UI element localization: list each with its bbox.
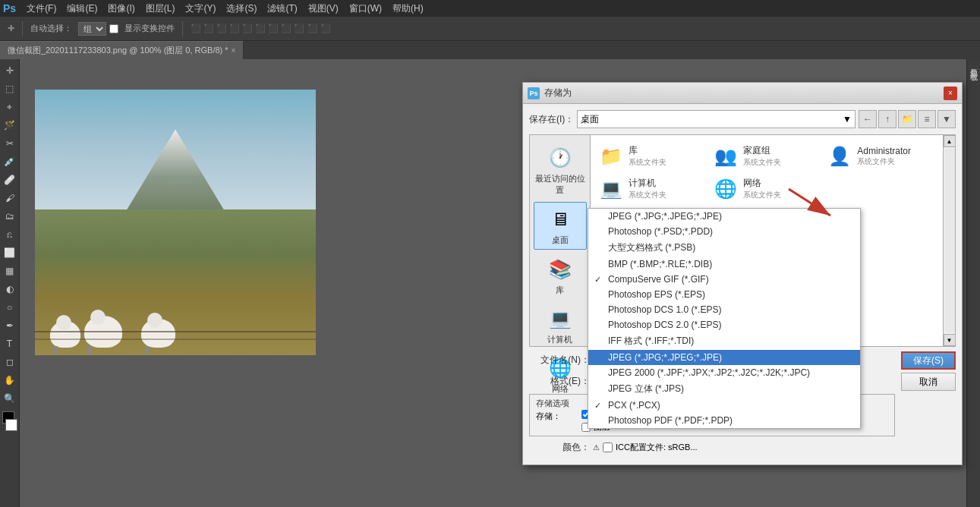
tool-lasso[interactable]: ⌖ — [2, 99, 18, 115]
format-item-4[interactable]: ✓ CompuServe GIF (*.GIF) — [588, 272, 860, 287]
tool-shape[interactable]: ◻ — [2, 354, 18, 370]
tool-text[interactable]: T — [2, 335, 18, 352]
dialog-close-button[interactable]: × — [944, 87, 957, 100]
format-item-label-10: JPEG 2000 (*.JPF;*.JPX;*.JP2;*.J2C;*.J2K… — [608, 367, 810, 378]
save-button[interactable]: 保存(S) — [901, 351, 956, 370]
far-right-panel: 颜色 色板 — [966, 59, 980, 507]
format-item-13[interactable]: Photoshop PDF (*.PDF;*.PDP) — [588, 413, 860, 428]
file-info-computer: 计算机 系统文件夹 — [629, 177, 666, 200]
menu-filter[interactable]: 滤镜(T) — [263, 1, 301, 17]
tab-close-btn[interactable]: × — [232, 46, 236, 55]
file-item-homegroup[interactable]: 👥 家庭组 系统文件夹 — [711, 141, 823, 171]
color-row: 颜色： ⚠ ICC配置文件: sRGB... — [529, 441, 895, 454]
format-item-9[interactable]: JPEG (*.JPG;*.JPEG;*.JPE) — [588, 350, 860, 365]
menu-help[interactable]: 帮助(H) — [388, 1, 428, 17]
tool-hand[interactable]: ✋ — [2, 372, 18, 389]
file-desc-library: 系统文件夹 — [629, 157, 666, 168]
nav-create-folder-btn[interactable]: 📁 — [898, 110, 916, 128]
nav-desktop[interactable]: 🖥 桌面 — [534, 202, 587, 250]
location-select[interactable]: 桌面 ▼ — [577, 110, 856, 128]
location-bar: 保存在(I)： 桌面 ▼ ← ↑ 📁 ≡ ▼ — [529, 110, 956, 128]
format-item-11[interactable]: JPEG 立体 (*.JPS) — [588, 380, 860, 398]
background-color[interactable] — [5, 419, 17, 431]
nav-library-icon: 📚 — [547, 256, 574, 283]
menu-file[interactable]: 文件(F) — [22, 1, 61, 17]
file-item-library[interactable]: 📁 库 系统文件夹 — [597, 141, 708, 171]
menu-select[interactable]: 选择(S) — [222, 1, 261, 17]
tool-blur[interactable]: ◐ — [2, 281, 18, 298]
format-label: 格式(E)： — [529, 375, 590, 388]
format-item-12[interactable]: ✓ PCX (*.PCX) — [588, 398, 860, 413]
tool-crop[interactable]: ✂ — [2, 135, 18, 152]
file-icon-admin: 👤 — [828, 146, 851, 167]
color-options: ⚠ ICC配置文件: sRGB... — [593, 442, 895, 453]
scrollbar-up[interactable]: ▲ — [944, 135, 956, 147]
file-icon-homegroup: 👥 — [714, 146, 737, 167]
dialog-titlebar: Ps 存储为 × — [523, 83, 962, 104]
tool-move[interactable]: ✛ — [2, 62, 18, 79]
file-item-admin[interactable]: 👤 Administrator 系统文件夹 — [825, 141, 937, 171]
format-item-8[interactable]: IFF 格式 (*.IFF;*.TDI) — [588, 332, 860, 350]
menu-edit[interactable]: 编辑(E) — [62, 1, 102, 17]
color-swatches[interactable] — [2, 411, 17, 431]
format-item-7[interactable]: Photoshop DCS 2.0 (*.EPS) — [588, 317, 860, 332]
icc-profile-check[interactable] — [603, 442, 613, 452]
format-item-1[interactable]: Photoshop (*.PSD;*.PDD) — [588, 224, 860, 239]
file-name-network: 网络 — [743, 177, 781, 190]
file-desc-homegroup: 系统文件夹 — [743, 157, 781, 168]
tool-zoom[interactable]: 🔍 — [2, 390, 18, 407]
tool-gradient[interactable]: ▦ — [2, 263, 18, 279]
tool-eyedropper[interactable]: 💉 — [2, 153, 18, 170]
nav-computer[interactable]: 💻 计算机 — [534, 302, 587, 348]
nav-back-btn[interactable]: ← — [859, 110, 877, 128]
move-tool[interactable]: ✛ — [5, 22, 17, 35]
scrollbar-track[interactable] — [944, 149, 955, 332]
nav-view-btn[interactable]: ≡ — [918, 110, 936, 128]
cancel-button[interactable]: 取消 — [901, 373, 956, 391]
format-item-label-4: CompuServe GIF (*.GIF) — [608, 274, 709, 285]
tool-eraser[interactable]: ⬜ — [2, 244, 18, 261]
dialog-nav-panel: 🕐 最近访问的位置 🖥 桌面 📚 库 💻 计算机 🌐 网络 — [530, 135, 591, 346]
menu-text[interactable]: 文字(Y) — [181, 1, 220, 17]
tool-heal[interactable]: 🩹 — [2, 172, 18, 188]
file-item-computer[interactable]: 💻 计算机 系统文件夹 — [597, 174, 708, 203]
file-info-admin: Administrator 系统文件夹 — [857, 146, 911, 167]
nav-up-btn[interactable]: ↑ — [878, 110, 896, 128]
scrollbar-down[interactable]: ▼ — [944, 334, 956, 346]
file-icon-network: 🌐 — [714, 178, 737, 200]
format-check-4: ✓ — [594, 275, 605, 285]
action-buttons: 保存(S) 取消 — [901, 351, 956, 458]
menu-layer[interactable]: 图层(L) — [141, 1, 180, 17]
dialog-scrollbar[interactable]: ▲ ▼ — [943, 135, 955, 346]
tool-pen[interactable]: ✒ — [2, 317, 18, 334]
menu-bar: Ps 文件(F) 编辑(E) 图像(I) 图层(L) 文字(Y) 选择(S) 滤… — [0, 0, 980, 17]
tool-history[interactable]: ⎌ — [2, 226, 18, 243]
menu-window[interactable]: 窗口(W) — [345, 1, 386, 17]
format-item-5[interactable]: Photoshop EPS (*.EPS) — [588, 287, 860, 302]
location-nav: ← ↑ 📁 ≡ ▼ — [859, 110, 956, 128]
tool-clone[interactable]: 🗂 — [2, 208, 18, 225]
active-tab[interactable]: 微信截图_20201117233803.png @ 100% (图层 0, RG… — [0, 41, 244, 59]
tool-brush[interactable]: 🖌 — [2, 190, 18, 206]
menu-view[interactable]: 视图(V) — [304, 1, 343, 17]
format-item-0[interactable]: JPEG (*.JPG;*.JPEG;*.JPE) — [588, 209, 860, 224]
format-item-6[interactable]: Photoshop DCS 1.0 (*.EPS) — [588, 302, 860, 317]
filename-label: 文件名(N)： — [529, 354, 590, 367]
file-item-network[interactable]: 🌐 网络 系统文件夹 — [711, 174, 823, 203]
nav-recent[interactable]: 🕐 最近访问的位置 — [534, 141, 587, 199]
file-icon-computer: 💻 — [600, 178, 622, 200]
show-transform-checkbox[interactable] — [109, 24, 118, 33]
nav-computer-icon: 💻 — [547, 305, 574, 332]
tool-rect-select[interactable]: ⬚ — [2, 80, 18, 97]
format-item-3[interactable]: BMP (*.BMP;*.RLE;*.DIB) — [588, 257, 860, 272]
tool-magic-wand[interactable]: 🪄 — [2, 117, 18, 134]
format-item-10[interactable]: JPEG 2000 (*.JPF;*.JPX;*.JP2;*.J2C;*.J2K… — [588, 365, 860, 380]
format-item-2[interactable]: 大型文档格式 (*.PSB) — [588, 239, 860, 257]
align-tools[interactable]: ⬛ ⬛ ⬛ ⬛ ⬛ ⬛ ⬛ ⬛ ⬛ ⬛ ⬛ — [187, 22, 334, 35]
nav-view-dropdown-btn[interactable]: ▼ — [937, 110, 956, 128]
tool-dodge[interactable]: ○ — [2, 299, 18, 316]
menu-image[interactable]: 图像(I) — [103, 1, 139, 17]
auto-select-dropdown[interactable]: 组 — [78, 22, 106, 36]
nav-library[interactable]: 📚 库 — [534, 253, 587, 299]
file-name-admin: Administrator — [857, 146, 911, 156]
